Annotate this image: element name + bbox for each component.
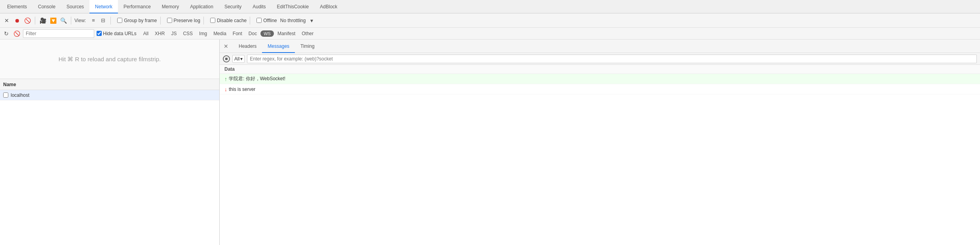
messages-stop-icon[interactable] [223,55,230,62]
tab-performance[interactable]: Performance [118,0,156,13]
chip-other[interactable]: Other [299,30,316,37]
offline-label[interactable]: Offline [256,18,277,23]
toolbar-row2: ↻ 🚫 Hide data URLs All XHR JS CSS Img Me… [0,28,980,40]
throttle-dropdown-button[interactable]: ▾ [307,16,316,25]
sub-tab-close-button[interactable]: ✕ [222,42,230,50]
offline-checkbox[interactable] [256,18,262,23]
tab-headers[interactable]: Headers [233,40,262,53]
message-text: 学院君: 你好，WebSocket! [229,75,285,82]
view-label: View: [74,18,86,23]
right-panel: ✕ Headers Messages Timing All ▾ Data ↑ 学… [220,40,980,245]
preserve-log-text: Preserve log [174,18,200,23]
hide-data-urls-text: Hide data URLs [103,31,137,36]
chip-media[interactable]: Media [211,30,229,37]
divider6 [250,17,250,24]
data-header-text: Data [224,66,235,72]
hide-data-urls-checkbox[interactable] [97,31,102,36]
throttle-label: No throttling [280,18,306,23]
row-checkbox[interactable] [3,92,8,98]
messages-filter-arrow: ▾ [240,56,243,62]
search-button[interactable]: 🔍 [59,16,68,25]
divider2 [71,17,71,24]
list-item[interactable]: ↑ 学院君: 你好，WebSocket! [220,74,980,84]
filter-input[interactable] [23,29,94,38]
tab-elements[interactable]: Elements [2,0,32,13]
messages-search-input[interactable] [247,55,977,63]
sub-tab-bar: ✕ Headers Messages Timing [220,40,980,53]
filter-button[interactable]: 🔽 [49,16,57,25]
chip-all[interactable]: All [141,30,151,37]
tab-timing[interactable]: Timing [295,40,320,53]
chip-img[interactable]: Img [196,30,210,37]
main-tab-bar: Elements Console Sources Network Perform… [0,0,980,13]
stop-clear-button[interactable]: 🚫 [23,16,32,25]
messages-filter-select[interactable]: All ▾ [232,55,245,63]
tab-memory[interactable]: Memory [156,0,184,13]
tab-application[interactable]: Application [184,0,219,13]
divider3 [110,17,111,24]
tab-audits[interactable]: Audits [247,0,271,13]
camera-button[interactable]: 🎥 [38,16,47,25]
divider1 [35,17,35,24]
tab-network[interactable]: Network [89,0,118,13]
messages-toolbar: All ▾ [220,53,980,65]
view-detail-button[interactable]: ⊟ [99,16,107,25]
offline-text: Offline [263,18,277,23]
chip-ws[interactable]: WS [260,30,274,37]
preserve-log-checkbox[interactable] [167,18,172,23]
chip-font[interactable]: Font [230,30,245,37]
view-icons: ≡ ⊟ [89,16,107,25]
chip-doc[interactable]: Doc [246,30,260,37]
refresh-button[interactable]: ↻ [2,30,10,38]
filter-chips: All XHR JS CSS Img Media Font Doc WS Man… [141,30,317,37]
tab-security[interactable]: Security [219,0,247,13]
network-list: localhost [0,90,219,245]
network-list-header: Name [0,79,219,90]
filmstrip-area: Hit ⌘ R to reload and capture filmstrip. [0,40,219,79]
disable-cache-checkbox[interactable] [210,18,215,23]
chip-xhr[interactable]: XHR [152,30,167,37]
chip-manifest[interactable]: Manifest [275,30,298,37]
stop-button[interactable]: 🚫 [13,30,21,38]
view-list-button[interactable]: ≡ [89,16,98,25]
left-panel: Hit ⌘ R to reload and capture filmstrip.… [0,40,220,245]
throttle-select: No throttling ▾ [280,16,316,25]
close-button[interactable]: ✕ [2,16,11,25]
disable-cache-label[interactable]: Disable cache [210,18,247,23]
table-row[interactable]: localhost [0,90,219,100]
group-by-frame-checkbox[interactable] [117,18,122,23]
tab-adblock[interactable]: AdBlock [314,0,343,13]
group-by-frame-label[interactable]: Group by frame [117,18,157,23]
chip-js[interactable]: JS [168,30,179,37]
tab-sources[interactable]: Sources [61,0,89,13]
preserve-log-label[interactable]: Preserve log [167,18,200,23]
tab-editthiscookie[interactable]: EditThisCookie [272,0,315,13]
row-name: localhost [11,92,29,98]
hide-data-urls-label[interactable]: Hide data URLs [97,31,137,36]
divider5 [203,17,204,24]
main-area: Hit ⌘ R to reload and capture filmstrip.… [0,40,980,245]
received-arrow-icon: ↓ [224,86,227,92]
messages-filter-label: All [234,56,239,62]
tab-messages[interactable]: Messages [262,40,295,53]
disable-cache-text: Disable cache [217,18,247,23]
filmstrip-hint: Hit ⌘ R to reload and capture filmstrip. [59,56,161,63]
record-button[interactable]: ⏺ [13,16,21,25]
message-text: this is server [229,87,255,92]
list-item[interactable]: ↓ this is server [220,84,980,94]
tab-console[interactable]: Console [32,0,61,13]
sent-arrow-icon: ↑ [224,76,227,82]
messages-data-header: Data [220,65,980,74]
chip-css[interactable]: CSS [180,30,196,37]
group-by-frame-text: Group by frame [124,18,157,23]
name-column-header: Name [3,82,16,87]
toolbar-row1: ✕ ⏺ 🚫 🎥 🔽 🔍 View: ≡ ⊟ Group by frame Pre… [0,13,980,28]
divider4 [160,17,161,24]
